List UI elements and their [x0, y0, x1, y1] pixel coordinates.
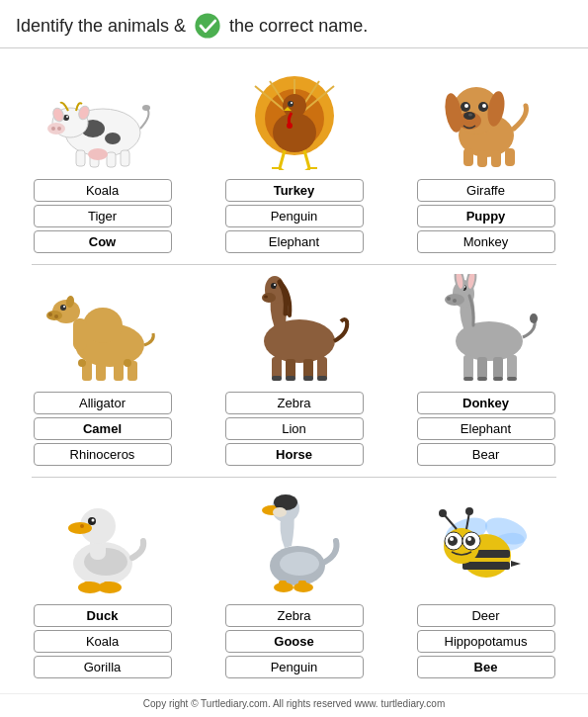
svg-point-75 [274, 284, 276, 286]
header-text-before: Identify the animals & [16, 16, 186, 37]
animal-col-duck: Duck Koala Gorilla [16, 482, 189, 681]
animal-col-camel: Alligator Camel Rhinoceros [16, 269, 189, 469]
svg-rect-97 [477, 357, 487, 379]
svg-point-50 [464, 104, 468, 108]
donkey-option-donkey[interactable]: Donkey [417, 392, 555, 414]
svg-point-62 [63, 306, 65, 308]
svg-point-104 [530, 314, 538, 323]
cow-option-cow[interactable]: Cow [34, 230, 172, 253]
svg-point-14 [66, 116, 68, 118]
svg-point-55 [83, 308, 123, 343]
svg-rect-82 [286, 376, 295, 381]
svg-rect-102 [493, 377, 503, 381]
horse-option-lion[interactable]: Lion [225, 417, 364, 440]
cow-svg [39, 61, 167, 170]
goose-option-penguin[interactable]: Penguin [225, 656, 364, 678]
puppy-option-puppy[interactable]: Puppy [417, 205, 555, 227]
svg-point-142 [450, 537, 454, 541]
svg-point-30 [291, 102, 293, 104]
horse-svg [230, 274, 359, 383]
svg-point-12 [57, 127, 61, 131]
horse-option-horse[interactable]: Horse [225, 443, 364, 466]
goose-svg [230, 487, 359, 595]
animal-col-goose: Zebra Goose Penguin [208, 482, 380, 681]
svg-rect-115 [84, 582, 92, 589]
animal-col-donkey: Donkey Elephant Bear [399, 269, 572, 469]
bee-option-bee[interactable]: Bee [417, 656, 555, 678]
puppy-option-giraffe[interactable]: Giraffe [417, 179, 555, 202]
svg-rect-6 [107, 152, 116, 167]
header-text-after: the correct name. [229, 16, 368, 37]
bee-image-area [412, 482, 560, 600]
svg-rect-116 [104, 582, 112, 589]
turkey-image-area [220, 56, 369, 175]
camel-option-rhinoceros[interactable]: Rhinoceros [34, 443, 172, 466]
bee-option-hippopotamus[interactable]: Hippopotamus [417, 630, 555, 653]
svg-point-26 [283, 94, 306, 118]
duck-option-koala[interactable]: Koala [34, 630, 172, 653]
footer: Copy right © Turtlediary.com. All rights… [0, 693, 588, 715]
svg-rect-101 [477, 377, 487, 381]
svg-rect-127 [279, 581, 287, 588]
svg-rect-84 [317, 376, 327, 381]
puppy-svg [422, 61, 550, 170]
svg-point-8 [142, 105, 150, 111]
turkey-option-penguin[interactable]: Penguin [225, 205, 364, 227]
goose-image-area [220, 482, 369, 600]
svg-rect-80 [317, 357, 327, 379]
duck-option-gorilla[interactable]: Gorilla [34, 656, 172, 678]
duck-option-duck[interactable]: Duck [34, 604, 172, 627]
animal-col-puppy: Giraffe Puppy Monkey [399, 56, 572, 256]
animal-row-1: Koala Tiger Cow [16, 56, 572, 256]
svg-rect-65 [96, 363, 106, 381]
row-divider-2 [32, 477, 556, 478]
svg-rect-56 [73, 318, 87, 350]
svg-point-112 [91, 519, 94, 522]
svg-point-17 [88, 148, 108, 160]
svg-rect-4 [76, 150, 85, 166]
svg-point-118 [280, 552, 319, 576]
cow-option-koala[interactable]: Koala [34, 179, 172, 202]
svg-point-3 [105, 133, 121, 144]
svg-rect-40 [463, 148, 473, 166]
svg-rect-103 [507, 377, 517, 381]
svg-rect-128 [298, 581, 306, 588]
camel-option-alligator[interactable]: Alligator [34, 392, 172, 414]
svg-rect-7 [121, 150, 129, 166]
turkey-option-elephant[interactable]: Elephant [225, 230, 364, 253]
svg-rect-66 [114, 363, 124, 381]
duck-image-area [29, 482, 177, 600]
svg-point-143 [467, 537, 471, 541]
puppy-image-area [412, 56, 560, 175]
horse-option-zebra[interactable]: Zebra [225, 392, 364, 414]
cow-option-tiger[interactable]: Tiger [34, 205, 172, 227]
puppy-option-monkey[interactable]: Monkey [417, 230, 555, 253]
donkey-option-elephant[interactable]: Elephant [417, 417, 555, 440]
checkmark-icon [194, 12, 221, 40]
main-grid: Koala Tiger Cow [0, 48, 588, 693]
bee-option-deer[interactable]: Deer [417, 604, 555, 627]
svg-point-124 [273, 507, 287, 517]
svg-line-35 [280, 168, 286, 170]
svg-point-74 [271, 283, 277, 289]
animal-col-cow: Koala Tiger Cow [16, 56, 189, 256]
svg-rect-81 [272, 376, 282, 381]
svg-point-51 [482, 104, 486, 108]
svg-point-88 [447, 297, 451, 301]
svg-point-29 [288, 101, 294, 107]
svg-rect-100 [463, 377, 473, 381]
camel-option-camel[interactable]: Camel [34, 417, 172, 440]
animal-col-horse: Zebra Lion Horse [208, 269, 380, 469]
svg-line-38 [303, 168, 309, 170]
goose-option-zebra[interactable]: Zebra [225, 604, 364, 627]
svg-point-147 [465, 507, 473, 515]
svg-rect-43 [505, 148, 515, 166]
turkey-option-turkey[interactable]: Turkey [225, 179, 364, 202]
svg-point-109 [68, 522, 92, 534]
goose-option-goose[interactable]: Goose [225, 630, 364, 653]
row-divider-1 [32, 264, 556, 265]
animal-col-turkey: Turkey Penguin Elephant [208, 56, 380, 256]
donkey-svg [422, 274, 550, 383]
horse-image-area [220, 269, 369, 388]
donkey-option-bear[interactable]: Bear [417, 443, 555, 466]
